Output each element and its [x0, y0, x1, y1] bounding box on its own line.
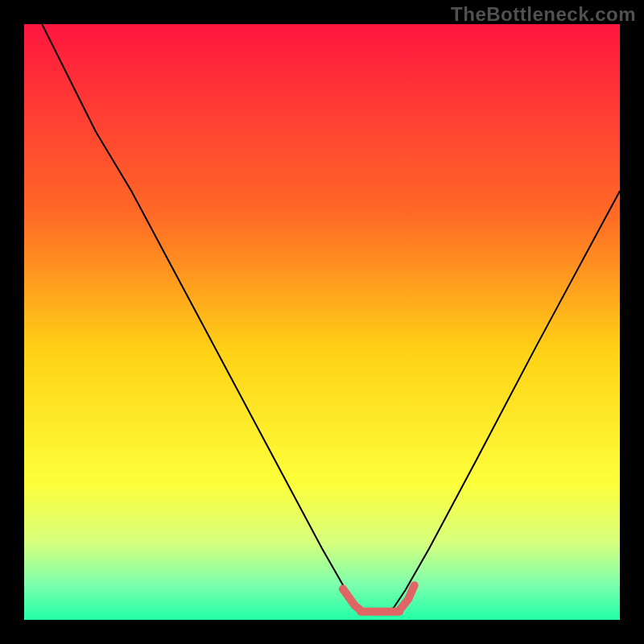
plot-area	[24, 24, 620, 620]
gradient-background	[24, 24, 620, 620]
chart-frame: TheBottleneck.com	[0, 0, 644, 644]
chart-svg	[24, 24, 620, 620]
watermark-text: TheBottleneck.com	[451, 3, 636, 26]
